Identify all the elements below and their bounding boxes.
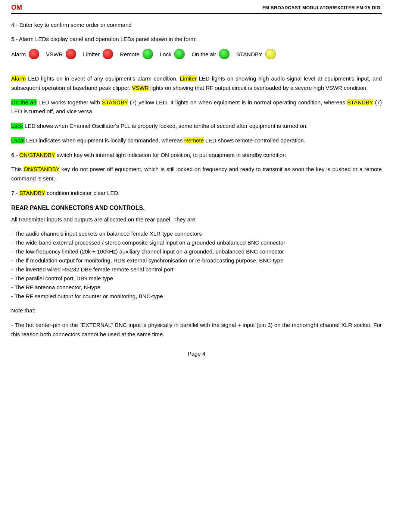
rear-list-item-6: - The parallel control port, DB9 male ty… [11, 274, 382, 283]
alarm-led [29, 49, 39, 59]
item6-text: 6.- ON/STANDBY switch key with internal … [11, 151, 382, 160]
item6-prefix: 6.- [11, 152, 19, 158]
rear-list-item-4: - The lf modulation output for monitorin… [11, 256, 382, 265]
on-standby-hl1: ON/STANDBY [19, 152, 55, 158]
alarm-label: Alarm [11, 51, 26, 57]
led-limiter: Limiter [83, 49, 113, 59]
spacer1 [11, 63, 382, 74]
rear-list: - The audio channels input sockets on ba… [11, 229, 382, 301]
item6-suffix: switch key with internal light indicatio… [55, 152, 286, 158]
rear-list-item-1: - The audio channels input sockets on ba… [11, 229, 382, 238]
rear-list-item-2: - The wide-band external processed / ste… [11, 238, 382, 247]
on-the-air-led [219, 49, 230, 59]
standby-hl1: STANDBY [102, 99, 128, 106]
rear-intro: All transmitter inputs and outputs are a… [11, 215, 382, 224]
vswr-led [66, 49, 76, 59]
lock-label: Lock [160, 51, 172, 57]
led-vswr: VSWR [46, 49, 76, 59]
remote-led [143, 49, 153, 59]
page-footer: Page 4 [11, 350, 382, 357]
note-heading: Note that: [11, 306, 382, 315]
on-the-air-label: On the air [191, 51, 216, 57]
spacer2 [11, 301, 382, 306]
para4-end: LED shows remote-controlled operation. [204, 137, 305, 144]
page-number: Page 4 [188, 350, 206, 357]
on-standby-paragraph: This ON/STANDBY key do not power off equ… [11, 165, 382, 183]
header-title: FM BROADCAST MODULATOR/EXCITER EM-25 DIG… [26, 5, 382, 10]
item7-suffix: condition indicator clear LED. [45, 190, 119, 196]
header-bar: OM FM BROADCAST MODULATOR/EXCITER EM-25 … [11, 4, 382, 14]
led-lock: Lock [160, 49, 185, 59]
header-logo: OM [11, 4, 22, 12]
para2-mid1: LED works together with [37, 99, 102, 106]
standby-hl2: STANDBY [347, 99, 373, 106]
standby-hl3: STANDBY [19, 190, 45, 196]
limiter-highlight: Limiter [180, 75, 197, 82]
para4-mid: LED indicates when equipment is locally … [25, 137, 184, 144]
lock-hl: Lock [11, 123, 23, 129]
lock-led [174, 49, 185, 59]
rear-list-item-3: - The low-frequency limited (20k ÷ 100kH… [11, 247, 382, 256]
para3-text: LED shows when Channel Oscillator's PLL … [23, 123, 308, 129]
on-the-air-paragraph: On the air LED works together with STAND… [11, 98, 382, 117]
rear-list-item-5: - The inverted wired RS232 DB9 female re… [11, 265, 382, 274]
item4-text: 4.- Enter key to confirm some order or c… [11, 21, 382, 29]
para5-text: key do not power off equipment, which is… [11, 166, 382, 182]
para2-mid2: (7) yellow LED. It lights on when equipm… [128, 99, 347, 106]
item7-text: 7.- STANDBY condition indicator clear LE… [11, 189, 382, 198]
rear-panel-heading: REAR PANEL CONNECTORS AND CONTROLS. [11, 205, 382, 211]
standby-label: STANDBY [236, 51, 262, 57]
led-standby: STANDBY [236, 49, 276, 59]
item5-text: 5.- Alarm LEDs display panel and operati… [11, 35, 382, 44]
vswr-label: VSWR [46, 51, 63, 57]
rear-list-item-7: - The RF antenna connector, N-type [11, 283, 382, 292]
limiter-led [103, 49, 113, 59]
local-hl: Local [11, 137, 25, 144]
standby-led [265, 49, 276, 59]
led-remote: Remote [120, 49, 153, 59]
rear-list-item-8: - The RF sampled output for counter or m… [11, 292, 382, 301]
led-row: Alarm VSWR Limiter Remote Lock On the ai… [11, 49, 382, 59]
lock-paragraph: Lock LED shows when Channel Oscillator's… [11, 122, 382, 131]
led-on-the-air: On the air [191, 49, 230, 59]
limiter-label: Limiter [83, 51, 100, 57]
on-the-air-hl: On the air [11, 99, 37, 106]
led-alarm: Alarm [11, 49, 39, 59]
alarm-paragraph: Alarm LED lights on in event of any equi… [11, 74, 382, 93]
vswr-highlight: VSWR [132, 85, 149, 91]
para1-mid1: LED lights on in event of any equipment'… [26, 75, 180, 82]
para1-end: lights on showing that RF output circuit… [149, 85, 368, 91]
on-standby-hl2: ON/STANDBY [24, 166, 59, 172]
para5-this: This [11, 166, 24, 172]
local-remote-paragraph: Local LED indicates when equipment is lo… [11, 136, 382, 145]
remote-hl: Remote [184, 137, 204, 144]
note-text: - The hot center-pin on the "EXTERNAL" B… [11, 321, 382, 339]
remote-label: Remote [120, 51, 140, 57]
item7-prefix: 7.- [11, 190, 19, 196]
alarm-highlight: Alarm [11, 75, 26, 82]
